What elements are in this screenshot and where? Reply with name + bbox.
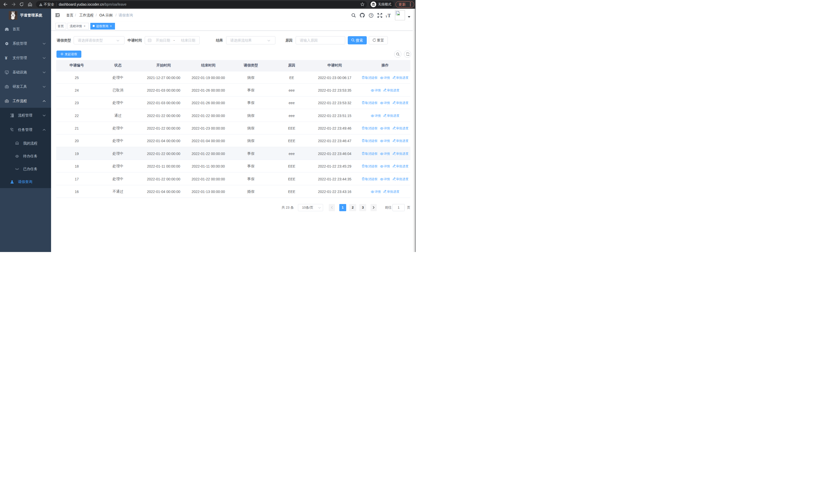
svg-text:?: ? xyxy=(370,14,372,17)
